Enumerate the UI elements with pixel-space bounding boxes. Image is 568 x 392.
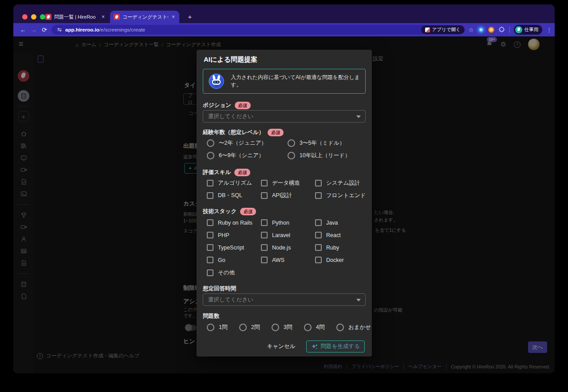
- position-label: ポジション 必須: [203, 102, 251, 109]
- ai-robot-avatar-icon: [209, 73, 224, 90]
- tech-go[interactable]: Go: [207, 257, 225, 263]
- tab-close-icon[interactable]: ×: [101, 14, 106, 20]
- hireroo-favicon-icon: [114, 14, 120, 20]
- ai-suggestion-modal: AIによる問題提案 入力された内容に基づいてAIが最適な問題を配分します。 ポジ…: [197, 50, 372, 356]
- reload-icon[interactable]: ⟳: [39, 26, 50, 33]
- sparkle-icon: [311, 343, 318, 350]
- extension-orange-icon[interactable]: [488, 27, 494, 33]
- count-option-1[interactable]: 1問: [207, 324, 227, 331]
- tab-close-icon[interactable]: ×: [171, 14, 176, 20]
- experience-option-junior[interactable]: 〜2年（ジュニア）: [207, 139, 267, 147]
- checkbox-icon: [207, 180, 213, 186]
- banner-text: 入力された内容に基づいてAIが最適な問題を配分します。: [231, 74, 360, 89]
- position-select[interactable]: 選択してください: [203, 110, 366, 123]
- tech-laravel[interactable]: Laravel: [261, 232, 290, 238]
- hireroo-favicon-icon: [45, 14, 51, 20]
- radio-icon: [239, 324, 247, 331]
- page-viewport: ≡ ⌂ ホーム / コーディングテスト一覧 / コーディングテスト作成 10+ …: [13, 36, 555, 373]
- radio-icon: [336, 324, 344, 331]
- new-tab-button[interactable]: +: [185, 12, 194, 21]
- browser-toolbar: ← → ⟳ app.hireroo.io/e/screenings/create…: [13, 23, 555, 36]
- tech-react[interactable]: React: [315, 232, 341, 238]
- toolbar-divider: [509, 27, 510, 33]
- ai-info-banner: 入力された内容に基づいてAIが最適な問題を配分します。: [203, 69, 366, 94]
- open-in-app-icon: [425, 28, 430, 32]
- experience-option-middle[interactable]: 3〜5年（ミドル）: [288, 139, 345, 147]
- tech-java[interactable]: Java: [315, 219, 338, 226]
- checkbox-icon: [261, 180, 268, 186]
- count-option-2[interactable]: 2問: [239, 324, 260, 331]
- answer-time-label: 想定回答時間: [203, 285, 236, 293]
- radio-icon: [288, 139, 295, 147]
- count-option-3[interactable]: 3問: [272, 324, 292, 331]
- back-icon[interactable]: ←: [18, 26, 28, 33]
- generate-button-label: 問題を生成する: [321, 343, 360, 350]
- checkbox-icon: [261, 257, 268, 263]
- tab-screening-create[interactable]: コーディングテスト作成 | HireR ×: [110, 11, 179, 23]
- bookmark-star-icon[interactable]: ☆: [469, 27, 474, 33]
- tech-php[interactable]: PHP: [207, 232, 229, 238]
- minimize-window-button[interactable]: [31, 14, 36, 20]
- tech-aws[interactable]: AWS: [261, 257, 284, 263]
- radio-icon: [304, 324, 312, 331]
- tab-question-list[interactable]: 問題一覧 | HireRoo ×: [42, 11, 109, 23]
- skill-algorithm[interactable]: アルゴリズム: [207, 179, 252, 187]
- checkbox-icon: [261, 232, 268, 238]
- browser-profile-button[interactable]: 仕事用: [514, 25, 543, 35]
- answer-time-placeholder: 選択してください: [208, 296, 253, 304]
- generate-questions-button[interactable]: 問題を生成する: [306, 341, 365, 352]
- checkbox-icon: [207, 269, 213, 276]
- tech-ruby-on-rails[interactable]: Ruby on Rails: [207, 219, 252, 226]
- open-in-app-label: アプリで開く: [432, 27, 461, 33]
- experience-option-lead[interactable]: 10年以上（リード）: [288, 152, 351, 159]
- count-option-4[interactable]: 4問: [304, 324, 324, 331]
- count-option-auto[interactable]: おまかせ: [336, 324, 371, 331]
- radio-icon: [207, 139, 214, 147]
- tech-typescript[interactable]: TypeScript: [207, 244, 244, 251]
- close-window-button[interactable]: [22, 14, 28, 20]
- chevron-down-icon: [356, 299, 361, 301]
- checkbox-icon: [261, 219, 268, 226]
- address-bar[interactable]: app.hireroo.io/e/screenings/create: [51, 25, 427, 35]
- extension-blue-icon[interactable]: [478, 27, 484, 33]
- question-count-label: 問題数: [203, 313, 220, 320]
- skill-system-design[interactable]: システム設計: [315, 179, 360, 187]
- required-badge: 必須: [240, 208, 256, 215]
- tech-ruby[interactable]: Ruby: [315, 244, 339, 251]
- required-badge: 必須: [235, 102, 251, 109]
- checkbox-icon: [315, 192, 322, 199]
- tech-other[interactable]: その他: [207, 269, 235, 277]
- checkbox-icon: [261, 244, 268, 251]
- skill-frontend[interactable]: フロントエンド: [315, 192, 366, 199]
- forward-icon[interactable]: →: [28, 26, 39, 33]
- checkbox-icon: [207, 257, 213, 263]
- profile-label: 仕事用: [525, 27, 539, 33]
- skills-label: 評価スキル 必須: [203, 169, 250, 176]
- tech-python[interactable]: Python: [261, 219, 289, 226]
- checkbox-icon: [207, 244, 213, 251]
- skill-api-design[interactable]: API設計: [261, 192, 292, 199]
- tech-nodejs[interactable]: Node.js: [261, 244, 291, 251]
- site-settings-icon[interactable]: [57, 27, 62, 32]
- skill-db-sql[interactable]: DB・SQL: [207, 192, 242, 199]
- extensions-puzzle-icon[interactable]: [498, 26, 505, 33]
- experience-option-senior[interactable]: 6〜9年（シニア）: [207, 152, 264, 159]
- radio-icon: [272, 324, 279, 331]
- chevron-down-icon: [356, 115, 361, 118]
- checkbox-icon: [207, 232, 213, 238]
- open-in-app-button[interactable]: アプリで開く: [421, 25, 465, 34]
- radio-icon: [207, 152, 214, 159]
- skill-data-structure[interactable]: データ構造: [261, 179, 300, 187]
- browser-menu-icon[interactable]: ⋮: [546, 27, 552, 33]
- answer-time-select[interactable]: 選択してください: [203, 293, 366, 306]
- radio-icon: [207, 324, 214, 331]
- tech-stack-label: 技術スタック 必須: [203, 208, 256, 215]
- cancel-button[interactable]: キャンセル: [264, 340, 299, 353]
- tab-bar: 問題一覧 | HireRoo × コーディングテスト作成 | HireR × +: [13, 4, 555, 23]
- checkbox-icon: [315, 244, 322, 251]
- tab-title: コーディングテスト作成 | HireR: [122, 14, 168, 20]
- profile-avatar: [515, 26, 522, 33]
- checkbox-icon: [315, 219, 322, 226]
- tech-docker[interactable]: Docker: [315, 257, 344, 263]
- position-placeholder: 選択してください: [208, 113, 253, 120]
